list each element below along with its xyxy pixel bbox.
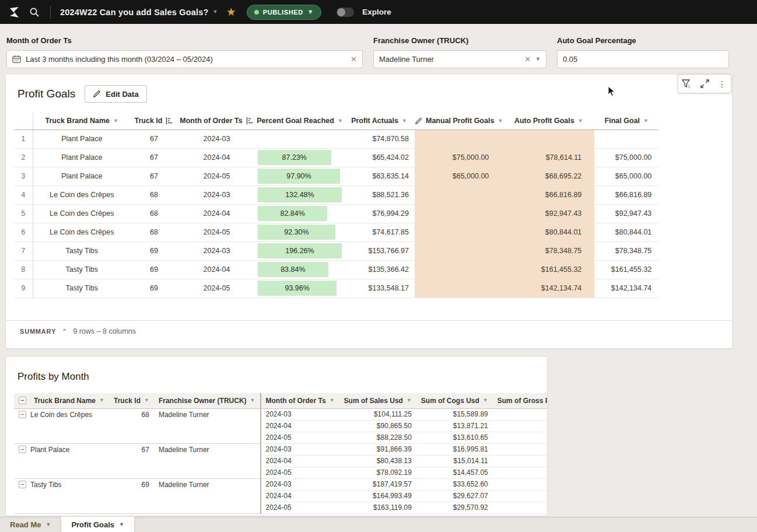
- column-label: Truck Id: [135, 117, 163, 125]
- tab-label: Read Me: [10, 520, 41, 529]
- summary-divider: [6, 320, 732, 321]
- row-number: 9: [14, 279, 33, 298]
- cell-manual-profit-goal[interactable]: [415, 204, 503, 223]
- cell-sum-cogs: $13,610.65: [416, 432, 493, 443]
- cell-sum-sales: $88,228.50: [339, 432, 416, 443]
- favorite-star-icon[interactable]: ★: [226, 6, 236, 18]
- col-header-5[interactable]: Profit Actuals▼: [344, 113, 415, 130]
- published-label: PUBLISHED: [263, 9, 303, 16]
- collapse-chevron-icon[interactable]: ⌃: [62, 328, 67, 335]
- cell-auto-profit-goal: $78,614.11: [503, 148, 594, 167]
- filter-month-of-order-ts: Month of Order Ts Last 3 months includin…: [6, 36, 363, 68]
- col-header-5[interactable]: Sum of Cogs Usd▼: [416, 393, 493, 408]
- cell-sum-sales: $187,419.57: [339, 478, 416, 490]
- cell-manual-profit-goal[interactable]: [415, 279, 503, 298]
- tab-read-me[interactable]: Read Me ▼: [0, 517, 61, 532]
- cell-sum-gross-profit: $76,994: [493, 420, 547, 432]
- pencil-icon: [93, 90, 101, 98]
- cell-truck-brand: Tasty Tibs: [33, 242, 131, 260]
- col-header-1[interactable]: Truck Id▼: [109, 393, 154, 408]
- cell-truck-id: 69: [131, 242, 177, 260]
- row-number: 4: [14, 186, 33, 204]
- expand-maximize-icon[interactable]: [698, 77, 712, 91]
- cell-manual-profit-goal[interactable]: [415, 186, 503, 204]
- cell-manual-profit-goal[interactable]: $65,000.00: [415, 167, 503, 186]
- summary-row-count: 9 rows – 8 columns: [73, 327, 136, 335]
- column-label: Month of Order Ts: [180, 117, 242, 125]
- row-number: 8: [14, 260, 33, 279]
- collapse-group-icon[interactable]: −: [19, 446, 26, 453]
- column-label: Sum of Gross Profit Usd: [497, 397, 547, 405]
- cell-manual-profit-goal[interactable]: [415, 260, 503, 279]
- cell-percent-goal: 97.90%: [256, 167, 344, 186]
- cell-final-goal: $142,134.74: [594, 279, 658, 298]
- table-row: 6Le Coin des Crêpes682024-0592.30%$74,61…: [14, 223, 658, 242]
- row-number: 6: [14, 223, 33, 242]
- tab-profit-goals[interactable]: Profit Goals ▼: [61, 517, 135, 532]
- col-header-3[interactable]: Month of Order Ts▼: [261, 393, 339, 408]
- cell-percent-goal: 83.84%: [256, 260, 344, 279]
- row-number: 1: [14, 130, 33, 148]
- search-icon[interactable]: [28, 6, 41, 19]
- col-header-2[interactable]: Truck Id: [131, 113, 177, 130]
- cell-truck-id: 69: [131, 279, 177, 298]
- cell-sum-cogs: $14,457.05: [416, 467, 493, 478]
- col-header-6[interactable]: Sum of Gross Profit Usd▼: [493, 393, 547, 408]
- chevron-down-icon: ▼: [144, 398, 149, 403]
- cell-manual-profit-goal[interactable]: [415, 223, 503, 242]
- cell-profit-actuals: $63,635.14: [344, 167, 415, 186]
- workbook-title-menu[interactable]: 2024W22 Can you add Sales Goals? ▼: [60, 8, 218, 17]
- col-header-4[interactable]: Sum of Sales Usd▼: [339, 393, 416, 408]
- sigma-logo-icon[interactable]: [8, 6, 21, 19]
- table-row: 2Plant Palace672024-0487.23%$65,424.02$7…: [14, 148, 658, 167]
- cell-percent-goal: 196.26%: [256, 242, 344, 260]
- cell-final-goal: $65,000.00: [594, 167, 658, 186]
- table-row: 5Le Coin des Crêpes682024-0482.84%$76,99…: [14, 204, 658, 223]
- owner-filter-select[interactable]: Madeline Turner ✕ ▼: [373, 50, 546, 68]
- cell-sum-gross-profit: $135,366: [493, 490, 547, 502]
- cell-sum-sales: $164,993.49: [339, 490, 416, 502]
- cell-month: 2024-05: [261, 467, 339, 478]
- col-header-2[interactable]: Franchise Owner (TRUCK)▼: [154, 393, 261, 408]
- goal-percentage-input[interactable]: 0.05: [557, 50, 729, 68]
- clear-filter-icon[interactable]: ✕: [351, 55, 357, 64]
- collapse-group-icon[interactable]: −: [19, 481, 26, 488]
- col-header-8[interactable]: Final Goal▼: [594, 113, 658, 130]
- collapse-all-icon[interactable]: −: [19, 397, 26, 404]
- column-label: Profit Actuals: [351, 117, 398, 125]
- toggle-knob: [337, 8, 345, 16]
- filter-label: Franchise Owner (TRUCK): [373, 36, 546, 45]
- cell-truck-brand: Plant Palace: [33, 148, 131, 167]
- cell-auto-profit-goal: $80,844.01: [503, 223, 594, 242]
- filter-value: Madeline Turner: [379, 55, 520, 64]
- cell-sum-gross-profit: $88,521: [493, 408, 547, 420]
- tab-label: Profit Goals: [71, 520, 114, 529]
- col-header-4[interactable]: Percent Goal Reached▼: [256, 113, 344, 130]
- profits-by-month-element: Profits by Month −Truck Brand Name▼Truck…: [6, 357, 547, 516]
- collapse-group-icon[interactable]: −: [19, 411, 26, 418]
- col-header-3[interactable]: Month of Order Ts: [177, 113, 256, 130]
- date-filter-input[interactable]: Last 3 months including this month (03/2…: [6, 50, 363, 68]
- cell-auto-profit-goal: $142,134.74: [503, 279, 594, 298]
- cell-manual-profit-goal[interactable]: [415, 130, 503, 148]
- col-header-0[interactable]: −Truck Brand Name▼: [14, 393, 109, 408]
- cell-month: 2024-04: [261, 490, 339, 502]
- cell-sum-sales: $90,865.50: [339, 420, 416, 432]
- column-label: Sum of Cogs Usd: [421, 397, 479, 405]
- column-label: Auto Profit Goals: [514, 117, 574, 125]
- edit-data-button[interactable]: Edit Data: [85, 85, 146, 103]
- cell-manual-profit-goal[interactable]: $75,000.00: [415, 148, 503, 167]
- cell-profit-actuals: $135,366.42: [344, 260, 415, 279]
- kebab-menu-icon[interactable]: ⋮: [715, 77, 729, 91]
- published-status-badge[interactable]: PUBLISHED ▼: [247, 5, 321, 20]
- cell-manual-profit-goal[interactable]: [415, 242, 503, 260]
- explore-toggle[interactable]: [337, 8, 354, 17]
- col-header-6[interactable]: Manual Profit Goals▼: [415, 113, 503, 130]
- col-header-1[interactable]: Truck Brand Name▼: [33, 113, 131, 130]
- cell-truck-brand: Plant Palace: [33, 167, 131, 186]
- filter-funnel-icon[interactable]: 1: [680, 77, 694, 91]
- cell-truck-brand: −Plant Palace: [14, 443, 109, 478]
- topbar: 2024W22 Can you add Sales Goals? ▼ ★ PUB…: [0, 0, 757, 24]
- col-header-7[interactable]: Auto Profit Goals▼: [503, 113, 594, 130]
- clear-filter-icon[interactable]: ✕: [524, 55, 531, 64]
